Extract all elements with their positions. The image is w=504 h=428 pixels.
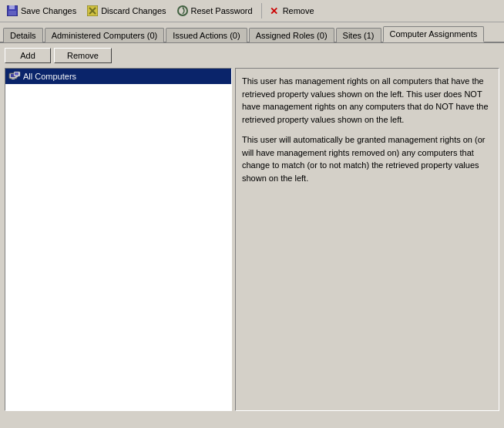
tree-item-all-computers[interactable]: All Computers bbox=[5, 69, 231, 84]
svg-rect-13 bbox=[15, 76, 18, 77]
discard-button[interactable]: Discard Changes bbox=[83, 2, 171, 19]
tab-administered-computers[interactable]: Administered Computers (0) bbox=[45, 28, 165, 42]
computers-group-icon bbox=[8, 70, 21, 83]
svg-rect-12 bbox=[15, 72, 18, 76]
right-panel-para1: This user has management rights on all c… bbox=[242, 75, 492, 126]
tab-computer-assignments[interactable]: Computer Assignments bbox=[383, 26, 485, 42]
add-button[interactable]: Add bbox=[5, 48, 51, 63]
tab-details[interactable]: Details bbox=[3, 28, 43, 42]
remove-item-button[interactable]: Remove bbox=[54, 48, 112, 63]
svg-rect-10 bbox=[12, 79, 15, 79]
svg-rect-1 bbox=[9, 5, 15, 9]
panels-container: All Computers This user has management r… bbox=[5, 68, 499, 411]
save-icon bbox=[6, 5, 18, 17]
save-button[interactable]: Save Changes bbox=[3, 2, 82, 19]
reset-icon bbox=[176, 5, 189, 17]
tab-assigned-roles[interactable]: Assigned Roles (0) bbox=[249, 28, 334, 42]
main-content: Add Remove A bbox=[0, 43, 504, 425]
right-panel-para2: This user will automatically be granted … bbox=[242, 133, 492, 184]
right-panel: This user has management rights on all c… bbox=[235, 68, 499, 411]
reset-password-button[interactable]: Reset Password bbox=[173, 2, 258, 19]
left-panel[interactable]: All Computers bbox=[5, 68, 232, 411]
toolbar-separator bbox=[261, 3, 262, 19]
tab-sites[interactable]: Sites (1) bbox=[336, 28, 381, 42]
tabs-bar: Details Administered Computers (0) Issue… bbox=[0, 22, 504, 43]
toolbar: Save Changes Discard Changes Reset Passw… bbox=[0, 0, 504, 22]
action-buttons-row: Add Remove bbox=[5, 48, 499, 63]
remove-x-icon: ✕ bbox=[268, 5, 281, 17]
discard-icon bbox=[86, 5, 99, 17]
tab-issued-actions[interactable]: Issued Actions (0) bbox=[166, 28, 247, 42]
save-label: Save Changes bbox=[21, 6, 76, 15]
reset-password-label: Reset Password bbox=[191, 6, 253, 15]
remove-button[interactable]: ✕ Remove bbox=[265, 2, 320, 19]
discard-label: Discard Changes bbox=[101, 6, 166, 15]
svg-rect-2 bbox=[8, 11, 16, 15]
remove-label: Remove bbox=[283, 6, 314, 15]
tree-item-label: All Computers bbox=[23, 72, 76, 81]
